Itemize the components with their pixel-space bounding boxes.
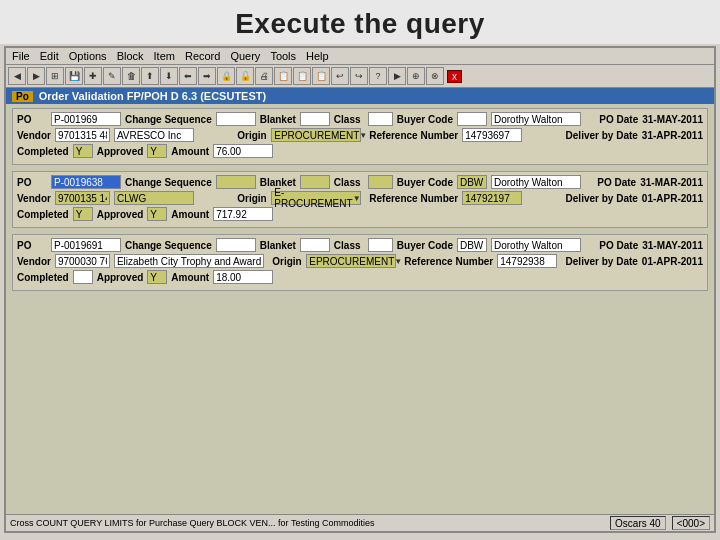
ref-num-label-2: Reference Number <box>369 193 458 204</box>
change-seq-input-2[interactable] <box>216 175 256 189</box>
menu-tools[interactable]: Tools <box>266 49 300 63</box>
approved-input-1[interactable] <box>147 144 167 158</box>
origin-label-1: Origin <box>237 130 267 141</box>
menu-help[interactable]: Help <box>302 49 333 63</box>
tb-btn-3[interactable]: ⊞ <box>46 67 64 85</box>
tb-btn-4[interactable]: 💾 <box>65 67 83 85</box>
vendor-id-2[interactable] <box>55 191 110 205</box>
ref-num-input-3[interactable] <box>497 254 557 268</box>
menu-options[interactable]: Options <box>65 49 111 63</box>
menu-edit[interactable]: Edit <box>36 49 63 63</box>
origin-dropdown-3[interactable]: EPROCUREMENT ▼ <box>306 254 396 268</box>
amount-input-1[interactable] <box>213 144 273 158</box>
ref-num-input-1[interactable] <box>462 128 522 142</box>
change-seq-label-1: Change Sequence <box>125 114 212 125</box>
buyer-code-input-1[interactable] <box>457 112 487 126</box>
blanket-input-1[interactable] <box>300 112 330 126</box>
deliver-by-val-3: 01-APR-2011 <box>642 256 703 267</box>
tb-btn-21[interactable]: ▶ <box>388 67 406 85</box>
buyer-code-input-3[interactable] <box>457 238 487 252</box>
ref-num-label-3: Reference Number <box>404 256 493 267</box>
tb-btn-11[interactable]: ➡ <box>198 67 216 85</box>
completed-input-2[interactable] <box>73 207 93 221</box>
po-row-1-vendor: Vendor Origin EPROCUREMENT ▼ Reference N… <box>17 128 703 142</box>
tb-btn-18[interactable]: ↩ <box>331 67 349 85</box>
po-row-3-vendor: Vendor Origin EPROCUREMENT ▼ Reference N… <box>17 254 703 268</box>
ref-num-input-2[interactable] <box>462 191 522 205</box>
buyer-name-input-1[interactable] <box>491 112 581 126</box>
vendor-name-1[interactable] <box>114 128 194 142</box>
status-segment-1: Oscars 40 <box>610 516 666 530</box>
tb-btn-17[interactable]: 📋 <box>312 67 330 85</box>
change-seq-input-1[interactable] <box>216 112 256 126</box>
app-title: Order Validation FP/POH D 6.3 (ECSUTEST) <box>39 90 266 102</box>
tb-btn-14[interactable]: 🖨 <box>255 67 273 85</box>
change-seq-input-3[interactable] <box>216 238 256 252</box>
po-input-3[interactable] <box>51 238 121 252</box>
buyer-name-input-2[interactable] <box>491 175 581 189</box>
deliver-by-val-2: 01-APR-2011 <box>642 193 703 204</box>
buyer-name-input-3[interactable] <box>491 238 581 252</box>
vendor-id-3[interactable] <box>55 254 110 268</box>
change-seq-label-2: Change Sequence <box>125 177 212 188</box>
amount-input-3[interactable] <box>213 270 273 284</box>
po-date-val-2: 31-MAR-2011 <box>640 177 703 188</box>
deliver-by-label-3: Deliver by Date <box>566 256 638 267</box>
tb-btn-13[interactable]: 🔓 <box>236 67 254 85</box>
po-row-2-header: PO Change Sequence Blanket Class Buyer C… <box>17 175 703 189</box>
dropdown-arrow-3: ▼ <box>394 257 402 266</box>
class-input-1[interactable] <box>368 112 393 126</box>
tb-btn-15[interactable]: 📋 <box>274 67 292 85</box>
origin-dropdown-1[interactable]: EPROCUREMENT ▼ <box>271 128 361 142</box>
tb-btn-7[interactable]: 🗑 <box>122 67 140 85</box>
completed-input-1[interactable] <box>73 144 93 158</box>
amount-label-3: Amount <box>171 272 209 283</box>
vendor-name-3[interactable] <box>114 254 264 268</box>
tb-btn-2[interactable]: ▶ <box>27 67 45 85</box>
app-header: Po Order Validation FP/POH D 6.3 (ECSUTE… <box>6 88 714 104</box>
amount-label-1: Amount <box>171 146 209 157</box>
po-date-label-3: PO Date <box>599 240 638 251</box>
po-block-1: PO Change Sequence Blanket Class Buyer C… <box>12 108 708 165</box>
tb-btn-8[interactable]: ⬆ <box>141 67 159 85</box>
vendor-name-2[interactable] <box>114 191 194 205</box>
menu-query[interactable]: Query <box>226 49 264 63</box>
po-label-2: PO <box>17 177 47 188</box>
toolbar: ◀ ▶ ⊞ 💾 ✚ ✎ 🗑 ⬆ ⬇ ⬅ ➡ 🔒 🔓 🖨 📋 📋 📋 ↩ ↪ ? … <box>6 65 714 88</box>
menu-file[interactable]: File <box>8 49 34 63</box>
menu-record[interactable]: Record <box>181 49 224 63</box>
tb-btn-22[interactable]: ⊕ <box>407 67 425 85</box>
tb-btn-9[interactable]: ⬇ <box>160 67 178 85</box>
po-input-2[interactable] <box>51 175 121 189</box>
close-button[interactable]: x <box>447 70 462 83</box>
menu-block[interactable]: Block <box>113 49 148 63</box>
blanket-input-3[interactable] <box>300 238 330 252</box>
approved-input-3[interactable] <box>147 270 167 284</box>
tb-btn-20[interactable]: ? <box>369 67 387 85</box>
tb-btn-10[interactable]: ⬅ <box>179 67 197 85</box>
tb-btn-6[interactable]: ✎ <box>103 67 121 85</box>
tb-btn-1[interactable]: ◀ <box>8 67 26 85</box>
origin-dropdown-2[interactable]: E-PROCUREMENT ▼ <box>271 191 361 205</box>
completed-input-3[interactable] <box>73 270 93 284</box>
tb-btn-19[interactable]: ↪ <box>350 67 368 85</box>
po-input-1[interactable] <box>51 112 121 126</box>
tb-btn-12[interactable]: 🔒 <box>217 67 235 85</box>
blanket-label-1: Blanket <box>260 114 296 125</box>
tb-btn-5[interactable]: ✚ <box>84 67 102 85</box>
amount-label-2: Amount <box>171 209 209 220</box>
tb-btn-23[interactable]: ⊗ <box>426 67 444 85</box>
class-input-3[interactable] <box>368 238 393 252</box>
buyer-code-input-2[interactable] <box>457 175 487 189</box>
completed-label-1: Completed <box>17 146 69 157</box>
vendor-id-1[interactable] <box>55 128 110 142</box>
approved-label-3: Approved <box>97 272 144 283</box>
amount-input-2[interactable] <box>213 207 273 221</box>
tb-btn-16[interactable]: 📋 <box>293 67 311 85</box>
po-block-3: PO Change Sequence Blanket Class Buyer C… <box>12 234 708 291</box>
class-input-2[interactable] <box>368 175 393 189</box>
blanket-label-3: Blanket <box>260 240 296 251</box>
change-seq-label-3: Change Sequence <box>125 240 212 251</box>
approved-input-2[interactable] <box>147 207 167 221</box>
menu-item[interactable]: Item <box>150 49 179 63</box>
